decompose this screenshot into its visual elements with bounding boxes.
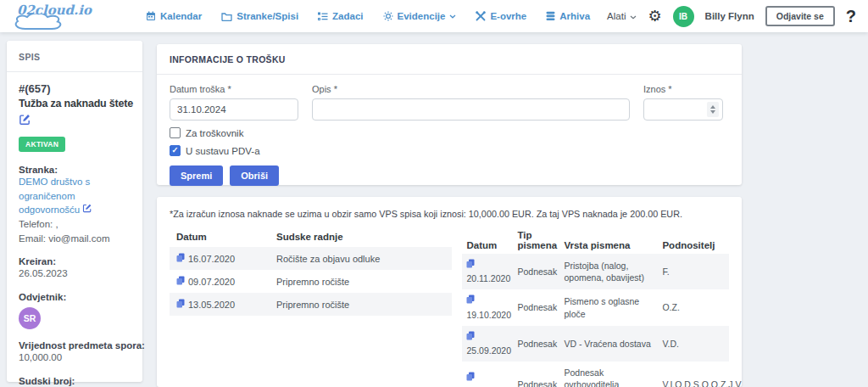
spinner-down-icon[interactable] [710,110,715,114]
table-row[interactable]: 03.08.2020 Podnesak Podnesak ovrhovodite… [462,362,729,387]
vat-checkbox-row[interactable]: U sustavu PDV-a [170,145,742,156]
gear-icon[interactable]: ⚙ [648,8,661,24]
column-header: Datum [462,227,513,254]
edit-case-icon[interactable] [19,113,31,127]
copy-icon [466,259,509,271]
lawyer-avatar[interactable]: SR [19,307,41,329]
chevron-down-icon [630,11,637,21]
nav-label: Zadaci [332,11,363,21]
documents-table: Datum Tip pismena Vrsta pismena Podnosit… [462,227,729,387]
nav-item-stranke-spisi[interactable]: Stranke/Spisi [221,11,298,21]
save-button[interactable]: Spremi [170,165,223,186]
client-phone: Telefon: , [19,217,131,232]
column-header: Podnositelj [658,227,729,254]
panel-title: INFORMACIJE O TROŠKU [157,44,742,75]
column-header: Sudske radnje [270,227,452,247]
records-icon [383,11,393,21]
edit-client-icon[interactable] [82,203,92,217]
costsheet-checkbox[interactable] [170,127,181,138]
copy-icon [466,331,509,343]
lawyer-label: Odvjetnik: [19,292,131,302]
table-row[interactable]: 19.10.2020 Podnesak Pismeno s oglasne pl… [462,289,729,325]
case-sidebar: SPIS #(657) Tužba za naknadu štete AKTIV… [7,41,142,382]
client-email: Email: vio@mail.com [19,232,131,246]
column-header: Vrsta pismena [559,227,658,254]
copy-icon [176,276,185,287]
table-row[interactable]: 16.07.2020 Ročište za objavu odluke [170,247,452,270]
table-row[interactable]: 25.09.2020 Podnesak VD - Vraćena dostava… [462,326,729,362]
costsheet-checkbox-row[interactable]: Za troškovnik [170,127,742,138]
client-label: Stranka: [19,165,131,175]
chevron-down-icon [449,14,456,19]
costsheet-checkbox-label: Za troškovnik [186,128,243,138]
date-label: Datum troška * [170,84,298,94]
value-label: Vrijednost predmeta spora: [19,340,131,351]
created-label: Kreiran: [19,256,131,266]
number-spinner[interactable] [707,102,719,117]
archive-icon [546,11,555,21]
delete-button[interactable]: Obriši [230,165,279,186]
vat-checkbox[interactable] [170,145,181,156]
nav-label: E-ovrhe [490,11,526,21]
copy-icon [176,299,185,310]
hearings-table: Datum Sudske radnje 16.07.2020 Ročište z… [170,227,452,316]
table-row[interactable]: 20.11.2020 Podnesak Pristojba (nalog, op… [462,254,729,289]
user-name: Billy Flynn [705,11,754,21]
expense-date-input[interactable] [170,98,298,121]
folder-icon [221,12,232,21]
topbar-right: Alati ⚙ IB Billy Flynn Odjavite se ? [607,6,856,27]
tasks-icon [318,12,328,21]
case-title: Tužba za naknadu štete [19,98,131,109]
description-label: Opis * [312,84,630,94]
table-row[interactable]: 09.07.2020 Pripremno ročište [170,270,452,293]
tools-menu[interactable]: Alati [607,11,637,21]
nav-item-kalendar[interactable]: Kalendar [146,11,202,21]
nav-label: Evidencije [398,11,446,21]
sidebar-title: SPIS [7,41,142,72]
tools-icon [476,11,486,21]
fee-note: *Za izračun iznosa naknade se uzima u ob… [157,197,742,227]
nav-item-arhiva[interactable]: Arhiva [546,11,590,21]
client-link[interactable]: DEMO društvo s ograničenom odgovornošću [19,175,131,217]
user-avatar[interactable]: IB [673,6,694,27]
main-nav: Kalendar Stranke/Spisi Zadaci Evidencije… [146,11,590,21]
column-header: Tip pismena [513,227,559,254]
table-row[interactable]: 13.05.2020 Pripremno ročište [170,293,452,316]
nav-label: Stranke/Spisi [236,11,298,21]
copy-icon [466,372,509,384]
nav-label: Kalendar [160,11,202,21]
app-logo[interactable]: 02cloud.io [12,1,100,31]
created-date: 26.05.2023 [19,266,131,281]
help-icon[interactable]: ? [846,7,856,26]
dispute-value: 10,000.00 [19,351,131,365]
court-number-label: Sudski broj: [19,376,131,386]
nav-item-evidencije[interactable]: Evidencije [383,11,457,21]
nav-item-e-ovrhe[interactable]: E-ovrhe [476,11,526,21]
expense-description-input[interactable] [312,98,630,121]
case-activity-panel: *Za izračun iznosa naknade se uzima u ob… [157,197,742,387]
calendar-icon [146,11,156,21]
logout-button[interactable]: Odjavite se [765,6,835,26]
status-badge: AKTIVAN [19,137,65,152]
case-number: #(657) [19,82,131,95]
copy-icon [466,294,509,306]
expense-info-panel: INFORMACIJE O TROŠKU Datum troška * Opis… [157,44,742,185]
tools-menu-label: Alati [607,11,626,21]
column-header: Datum [170,227,270,247]
logo-text: 02cloud.io [17,3,92,18]
amount-label: Iznos * [643,84,723,94]
nav-label: Arhiva [559,11,590,21]
copy-icon [176,253,185,264]
vat-checkbox-label: U sustavu PDV-a [186,146,260,156]
spinner-up-icon[interactable] [710,105,715,109]
topbar: 02cloud.io Kalendar Stranke/Spisi Zadaci… [0,0,868,32]
nav-item-zadaci[interactable]: Zadaci [318,11,363,21]
